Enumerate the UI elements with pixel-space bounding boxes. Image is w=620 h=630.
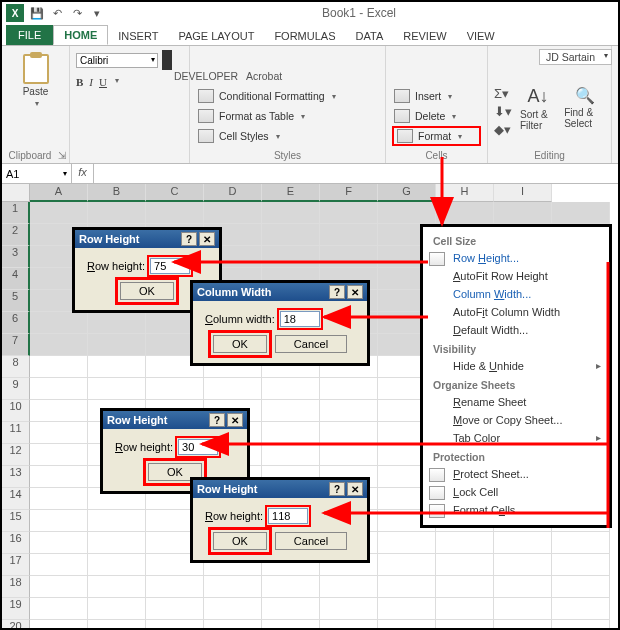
cell[interactable] [494,598,552,620]
cell[interactable] [30,598,88,620]
cell[interactable] [320,576,378,598]
cell[interactable] [262,378,320,400]
cell[interactable] [320,400,378,422]
chevron-down-icon[interactable]: ▾ [115,76,119,88]
cell[interactable] [552,598,610,620]
cell[interactable] [88,620,146,630]
cell[interactable] [436,202,494,224]
col-header[interactable]: B [88,184,146,202]
menu-autofit-row[interactable]: AutoFit Row Height [423,267,609,285]
cell[interactable] [146,598,204,620]
undo-icon[interactable]: ↶ [50,6,64,20]
formula-input[interactable] [94,164,618,183]
cell[interactable] [30,422,88,444]
cell[interactable] [146,202,204,224]
row-header[interactable]: 11 [2,422,30,444]
cell[interactable] [436,554,494,576]
column-width-input[interactable] [280,311,320,327]
cell[interactable] [88,334,146,356]
row-header[interactable]: 12 [2,444,30,466]
cell[interactable] [262,620,320,630]
fill-icon[interactable]: ⬇▾ [494,104,512,119]
tab-home[interactable]: HOME [53,25,108,45]
cell[interactable] [378,532,436,554]
bold-button[interactable]: B [76,76,83,88]
cell[interactable] [436,620,494,630]
cell[interactable] [320,378,378,400]
user-account[interactable]: JD Sartain [539,49,612,65]
cell[interactable] [320,620,378,630]
cell[interactable] [262,598,320,620]
cell[interactable] [262,422,320,444]
sort-filter-button[interactable]: A↓ Sort & Filter [520,86,556,131]
row-header[interactable]: 5 [2,290,30,312]
cell[interactable] [494,532,552,554]
tab-file[interactable]: FILE [6,25,53,45]
paste-button[interactable]: Paste ▾ [8,50,63,112]
cell[interactable] [30,532,88,554]
cell[interactable] [552,202,610,224]
cell[interactable] [262,400,320,422]
col-header[interactable]: G [378,184,436,202]
row-header[interactable]: 20 [2,620,30,630]
menu-default-width[interactable]: Default Width... [423,321,609,339]
menu-hide-unhide[interactable]: Hide & Unhide▸ [423,357,609,375]
cell[interactable] [204,598,262,620]
menu-move-copy[interactable]: Move or Copy Sheet... [423,411,609,429]
col-header[interactable]: A [30,184,88,202]
cell[interactable] [204,620,262,630]
help-icon[interactable]: ? [329,482,345,496]
col-header[interactable]: D [204,184,262,202]
cell[interactable] [30,554,88,576]
menu-format-cells[interactable]: Format Cells... [423,501,609,519]
cell[interactable] [320,224,378,246]
cell[interactable] [30,444,88,466]
cell[interactable] [204,576,262,598]
cell[interactable] [88,312,146,334]
ok-button[interactable]: OK [213,335,267,353]
cell[interactable] [30,400,88,422]
cell[interactable] [262,224,320,246]
row-header[interactable]: 4 [2,268,30,290]
cell[interactable] [30,576,88,598]
cell[interactable] [552,532,610,554]
redo-icon[interactable]: ↷ [70,6,84,20]
save-icon[interactable]: 💾 [30,6,44,20]
cell[interactable] [320,444,378,466]
row-height-input[interactable] [268,508,308,524]
cell[interactable] [436,532,494,554]
row-header[interactable]: 10 [2,400,30,422]
cell[interactable] [262,246,320,268]
cell[interactable] [204,378,262,400]
col-header[interactable]: H [436,184,494,202]
cell[interactable] [378,620,436,630]
cell[interactable] [552,576,610,598]
cell[interactable] [494,576,552,598]
menu-rename-sheet[interactable]: Rename Sheet [423,393,609,411]
cell[interactable] [436,576,494,598]
row-header[interactable]: 2 [2,224,30,246]
row-header[interactable]: 19 [2,598,30,620]
row-header[interactable]: 16 [2,532,30,554]
row-height-input[interactable] [178,439,218,455]
help-icon[interactable]: ? [181,232,197,246]
row-header[interactable]: 6 [2,312,30,334]
col-header[interactable]: I [494,184,552,202]
cell[interactable] [320,598,378,620]
cell[interactable] [378,576,436,598]
cell[interactable] [88,510,146,532]
close-icon[interactable]: ✕ [347,285,363,299]
cell[interactable] [494,554,552,576]
cell[interactable] [436,598,494,620]
help-icon[interactable]: ? [209,413,225,427]
cell[interactable] [30,620,88,630]
row-header[interactable]: 7 [2,334,30,356]
cell[interactable] [88,202,146,224]
italic-button[interactable]: I [89,76,93,88]
cell[interactable] [262,576,320,598]
cell[interactable] [30,356,88,378]
row-header[interactable]: 15 [2,510,30,532]
menu-protect-sheet[interactable]: Protect Sheet... [423,465,609,483]
cell[interactable] [146,378,204,400]
cell[interactable] [146,620,204,630]
